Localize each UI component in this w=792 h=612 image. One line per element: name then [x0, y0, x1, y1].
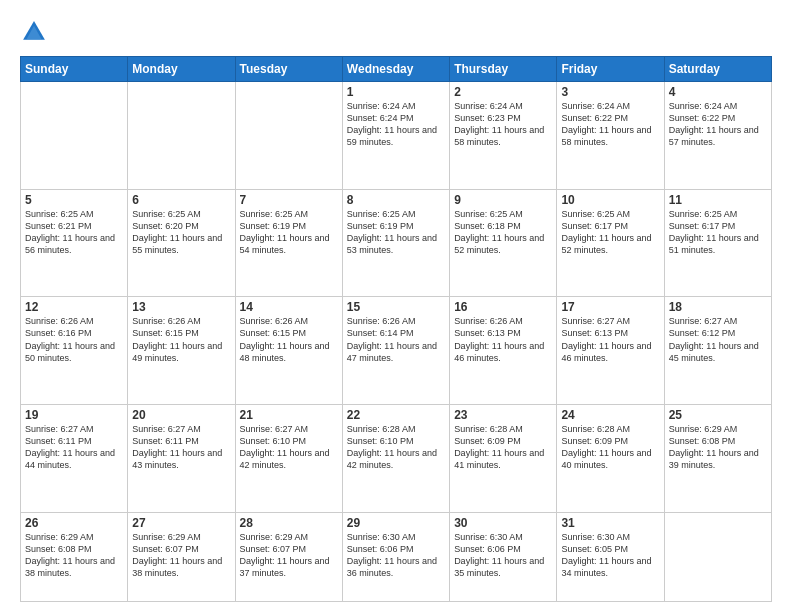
calendar-cell: 16Sunrise: 6:26 AM Sunset: 6:13 PM Dayli… — [450, 297, 557, 405]
calendar-cell: 4Sunrise: 6:24 AM Sunset: 6:22 PM Daylig… — [664, 82, 771, 190]
day-info: Sunrise: 6:30 AM Sunset: 6:06 PM Dayligh… — [347, 531, 445, 580]
calendar-cell: 8Sunrise: 6:25 AM Sunset: 6:19 PM Daylig… — [342, 189, 449, 297]
calendar-cell: 17Sunrise: 6:27 AM Sunset: 6:13 PM Dayli… — [557, 297, 664, 405]
calendar-cell: 13Sunrise: 6:26 AM Sunset: 6:15 PM Dayli… — [128, 297, 235, 405]
calendar-cell: 26Sunrise: 6:29 AM Sunset: 6:08 PM Dayli… — [21, 512, 128, 601]
calendar-cell: 22Sunrise: 6:28 AM Sunset: 6:10 PM Dayli… — [342, 404, 449, 512]
header — [20, 18, 772, 46]
day-info: Sunrise: 6:26 AM Sunset: 6:13 PM Dayligh… — [454, 315, 552, 364]
day-info: Sunrise: 6:28 AM Sunset: 6:09 PM Dayligh… — [454, 423, 552, 472]
calendar-cell: 21Sunrise: 6:27 AM Sunset: 6:10 PM Dayli… — [235, 404, 342, 512]
day-number: 28 — [240, 516, 338, 530]
calendar-cell: 3Sunrise: 6:24 AM Sunset: 6:22 PM Daylig… — [557, 82, 664, 190]
weekday-header-monday: Monday — [128, 57, 235, 82]
day-info: Sunrise: 6:24 AM Sunset: 6:23 PM Dayligh… — [454, 100, 552, 149]
day-number: 19 — [25, 408, 123, 422]
day-number: 16 — [454, 300, 552, 314]
calendar-cell: 1Sunrise: 6:24 AM Sunset: 6:24 PM Daylig… — [342, 82, 449, 190]
day-info: Sunrise: 6:29 AM Sunset: 6:07 PM Dayligh… — [132, 531, 230, 580]
day-info: Sunrise: 6:27 AM Sunset: 6:10 PM Dayligh… — [240, 423, 338, 472]
weekday-header-thursday: Thursday — [450, 57, 557, 82]
day-number: 20 — [132, 408, 230, 422]
day-number: 25 — [669, 408, 767, 422]
day-number: 27 — [132, 516, 230, 530]
day-info: Sunrise: 6:26 AM Sunset: 6:15 PM Dayligh… — [240, 315, 338, 364]
calendar-cell: 24Sunrise: 6:28 AM Sunset: 6:09 PM Dayli… — [557, 404, 664, 512]
day-info: Sunrise: 6:29 AM Sunset: 6:08 PM Dayligh… — [25, 531, 123, 580]
logo — [20, 18, 52, 46]
calendar-cell: 29Sunrise: 6:30 AM Sunset: 6:06 PM Dayli… — [342, 512, 449, 601]
day-info: Sunrise: 6:27 AM Sunset: 6:11 PM Dayligh… — [25, 423, 123, 472]
calendar-cell: 25Sunrise: 6:29 AM Sunset: 6:08 PM Dayli… — [664, 404, 771, 512]
calendar-cell: 6Sunrise: 6:25 AM Sunset: 6:20 PM Daylig… — [128, 189, 235, 297]
day-info: Sunrise: 6:30 AM Sunset: 6:06 PM Dayligh… — [454, 531, 552, 580]
day-info: Sunrise: 6:25 AM Sunset: 6:17 PM Dayligh… — [669, 208, 767, 257]
day-number: 13 — [132, 300, 230, 314]
day-info: Sunrise: 6:28 AM Sunset: 6:10 PM Dayligh… — [347, 423, 445, 472]
day-info: Sunrise: 6:24 AM Sunset: 6:22 PM Dayligh… — [669, 100, 767, 149]
weekday-header-saturday: Saturday — [664, 57, 771, 82]
calendar-cell: 12Sunrise: 6:26 AM Sunset: 6:16 PM Dayli… — [21, 297, 128, 405]
week-row-2: 12Sunrise: 6:26 AM Sunset: 6:16 PM Dayli… — [21, 297, 772, 405]
day-number: 23 — [454, 408, 552, 422]
calendar-cell — [235, 82, 342, 190]
calendar-cell: 28Sunrise: 6:29 AM Sunset: 6:07 PM Dayli… — [235, 512, 342, 601]
day-info: Sunrise: 6:27 AM Sunset: 6:11 PM Dayligh… — [132, 423, 230, 472]
week-row-3: 19Sunrise: 6:27 AM Sunset: 6:11 PM Dayli… — [21, 404, 772, 512]
calendar-cell: 20Sunrise: 6:27 AM Sunset: 6:11 PM Dayli… — [128, 404, 235, 512]
calendar-cell: 5Sunrise: 6:25 AM Sunset: 6:21 PM Daylig… — [21, 189, 128, 297]
day-info: Sunrise: 6:26 AM Sunset: 6:14 PM Dayligh… — [347, 315, 445, 364]
calendar-cell: 30Sunrise: 6:30 AM Sunset: 6:06 PM Dayli… — [450, 512, 557, 601]
day-number: 29 — [347, 516, 445, 530]
week-row-0: 1Sunrise: 6:24 AM Sunset: 6:24 PM Daylig… — [21, 82, 772, 190]
page: SundayMondayTuesdayWednesdayThursdayFrid… — [0, 0, 792, 612]
day-number: 7 — [240, 193, 338, 207]
calendar-cell: 7Sunrise: 6:25 AM Sunset: 6:19 PM Daylig… — [235, 189, 342, 297]
day-number: 1 — [347, 85, 445, 99]
day-info: Sunrise: 6:25 AM Sunset: 6:17 PM Dayligh… — [561, 208, 659, 257]
day-number: 30 — [454, 516, 552, 530]
day-number: 31 — [561, 516, 659, 530]
calendar-cell: 14Sunrise: 6:26 AM Sunset: 6:15 PM Dayli… — [235, 297, 342, 405]
day-number: 9 — [454, 193, 552, 207]
day-info: Sunrise: 6:27 AM Sunset: 6:13 PM Dayligh… — [561, 315, 659, 364]
day-number: 21 — [240, 408, 338, 422]
calendar-cell: 19Sunrise: 6:27 AM Sunset: 6:11 PM Dayli… — [21, 404, 128, 512]
day-number: 5 — [25, 193, 123, 207]
calendar-cell: 2Sunrise: 6:24 AM Sunset: 6:23 PM Daylig… — [450, 82, 557, 190]
weekday-header-tuesday: Tuesday — [235, 57, 342, 82]
calendar-cell — [128, 82, 235, 190]
calendar-cell: 11Sunrise: 6:25 AM Sunset: 6:17 PM Dayli… — [664, 189, 771, 297]
day-number: 2 — [454, 85, 552, 99]
day-info: Sunrise: 6:29 AM Sunset: 6:08 PM Dayligh… — [669, 423, 767, 472]
calendar-cell: 23Sunrise: 6:28 AM Sunset: 6:09 PM Dayli… — [450, 404, 557, 512]
calendar-cell: 18Sunrise: 6:27 AM Sunset: 6:12 PM Dayli… — [664, 297, 771, 405]
weekday-header-row: SundayMondayTuesdayWednesdayThursdayFrid… — [21, 57, 772, 82]
day-info: Sunrise: 6:27 AM Sunset: 6:12 PM Dayligh… — [669, 315, 767, 364]
weekday-header-sunday: Sunday — [21, 57, 128, 82]
weekday-header-wednesday: Wednesday — [342, 57, 449, 82]
day-info: Sunrise: 6:28 AM Sunset: 6:09 PM Dayligh… — [561, 423, 659, 472]
day-number: 15 — [347, 300, 445, 314]
calendar-cell — [664, 512, 771, 601]
week-row-4: 26Sunrise: 6:29 AM Sunset: 6:08 PM Dayli… — [21, 512, 772, 601]
day-number: 6 — [132, 193, 230, 207]
calendar-cell: 15Sunrise: 6:26 AM Sunset: 6:14 PM Dayli… — [342, 297, 449, 405]
day-number: 18 — [669, 300, 767, 314]
day-info: Sunrise: 6:25 AM Sunset: 6:21 PM Dayligh… — [25, 208, 123, 257]
day-info: Sunrise: 6:30 AM Sunset: 6:05 PM Dayligh… — [561, 531, 659, 580]
day-info: Sunrise: 6:25 AM Sunset: 6:20 PM Dayligh… — [132, 208, 230, 257]
calendar-cell: 27Sunrise: 6:29 AM Sunset: 6:07 PM Dayli… — [128, 512, 235, 601]
day-number: 3 — [561, 85, 659, 99]
logo-icon — [20, 18, 48, 46]
week-row-1: 5Sunrise: 6:25 AM Sunset: 6:21 PM Daylig… — [21, 189, 772, 297]
day-info: Sunrise: 6:24 AM Sunset: 6:24 PM Dayligh… — [347, 100, 445, 149]
day-info: Sunrise: 6:25 AM Sunset: 6:18 PM Dayligh… — [454, 208, 552, 257]
day-number: 22 — [347, 408, 445, 422]
day-info: Sunrise: 6:25 AM Sunset: 6:19 PM Dayligh… — [347, 208, 445, 257]
day-number: 12 — [25, 300, 123, 314]
calendar-cell — [21, 82, 128, 190]
calendar-table: SundayMondayTuesdayWednesdayThursdayFrid… — [20, 56, 772, 602]
weekday-header-friday: Friday — [557, 57, 664, 82]
day-info: Sunrise: 6:25 AM Sunset: 6:19 PM Dayligh… — [240, 208, 338, 257]
